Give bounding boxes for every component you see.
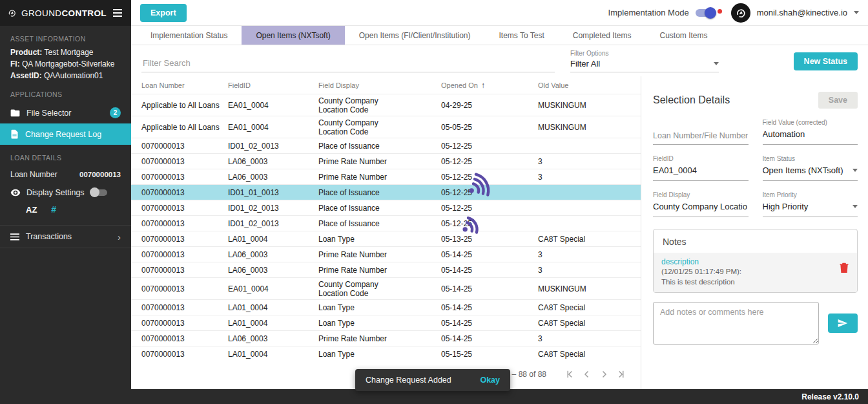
table-row[interactable]: 0070000013 LA01_0004 Loan Type 05-14-25 … [131, 315, 641, 331]
table-row[interactable]: 0070000013 ID01_02_0013 Place of Issuanc… [131, 200, 641, 216]
cell-opened-on: 05-12-25 [441, 173, 538, 182]
filter-options-select[interactable]: Filter Options Filter All [570, 50, 719, 72]
implementation-mode-label: Implementation Mode [608, 8, 689, 17]
cell-loan-number: Applicable to All Loans [131, 101, 228, 110]
table-row[interactable]: 0070000013 LA06_0003 Prime Rate Number 0… [131, 154, 641, 169]
product-info: Product: Test Mortgage [0, 47, 131, 58]
cell-opened-on: 05-14-25 [441, 266, 538, 275]
cell-fieldid: ID01_01_0013 [228, 188, 318, 197]
rocket-logo-icon [8, 6, 16, 20]
table-row[interactable]: 0070000013 LA01_0004 Loan Type 05-14-25 … [131, 300, 641, 315]
sidebar-item-change-request-log[interactable]: Change Request Log [0, 123, 131, 145]
cell-fieldid: ID01_02_0013 [228, 219, 318, 228]
snackbar-message: Change Request Added [366, 376, 480, 385]
sort-alpha-icon[interactable]: AZ [26, 205, 37, 215]
column-header-fieldid[interactable]: FieldID [228, 81, 318, 89]
sidebar-item-file-selector[interactable]: File Selector 2 [0, 102, 131, 123]
loan-number-field[interactable]: Loan Number/File Number [653, 119, 749, 145]
tab-open-items-nxtsoft[interactable]: Open Items (NXTsoft) [242, 26, 344, 45]
table-row[interactable]: 0070000013 ID01_01_0013 Place of Issuanc… [131, 185, 641, 200]
cell-fieldid: LA01_0004 [228, 319, 318, 328]
item-status-select[interactable]: Item Status Open Items (NXTsoft) [763, 155, 858, 181]
sidebar-item-label: File Selector [26, 109, 71, 118]
next-page-button[interactable] [595, 366, 612, 383]
tab-items-to-test[interactable]: Items To Test [485, 26, 559, 45]
table-row[interactable]: Applicable to All Loans EA01_0004 County… [131, 116, 641, 138]
sort-numeric-icon[interactable]: # [51, 204, 56, 215]
notification-dot [718, 9, 722, 14]
notes-list: description (12/01/25 01:17:49 PM): This… [654, 253, 857, 292]
tab-completed-items[interactable]: Completed Items [559, 26, 646, 45]
send-note-button[interactable] [828, 314, 858, 333]
document-icon [10, 129, 19, 139]
cell-old-value: MUSKINGUM [538, 284, 641, 293]
tab-implementation-status[interactable]: Implementation Status [136, 26, 242, 45]
table-row[interactable]: 0070000013 ID01_02_0013 Place of Issuanc… [131, 216, 641, 231]
table-row[interactable]: 0070000013 LA06_0003 Prime Rate Number 0… [131, 169, 641, 185]
fi-info: FI: QA Mortgagebot-Silverlake [0, 58, 131, 70]
filter-search-input[interactable] [141, 54, 555, 72]
menu-icon[interactable] [112, 6, 123, 19]
item-priority-select[interactable]: Item Priority High Priority [763, 191, 858, 217]
user-menu-chevron-icon[interactable] [854, 11, 859, 14]
sidebar-item-transactions[interactable]: Transactions › [0, 225, 131, 248]
notes-title: Notes [654, 229, 857, 253]
last-page-button[interactable] [612, 366, 629, 383]
avatar[interactable] [731, 3, 750, 23]
table-row[interactable]: 0070000013 LA06_0003 Prime Rate Number 0… [131, 331, 641, 346]
footer-bar: Release v2.10.0 [0, 389, 868, 404]
sidebar-item-label: Change Request Log [25, 130, 101, 139]
field-value-corrected-field[interactable]: Field Value (corrected) Automation [763, 119, 858, 145]
table-row[interactable]: 0070000013 ID01_02_0013 Place of Issuanc… [131, 138, 641, 154]
export-button[interactable]: Export [140, 4, 187, 22]
cell-opened-on: 05-12-25 [441, 188, 538, 197]
field-display-field[interactable]: Field Display County Company Locatio [653, 191, 749, 217]
eye-icon [10, 189, 21, 197]
table-row[interactable]: 0070000013 LA01_0004 Loan Type 05-15-25 … [131, 346, 641, 359]
cell-fieldid: LA06_0003 [228, 266, 318, 275]
table-row[interactable]: 0070000013 LA06_0003 Prime Rate Number 0… [131, 247, 641, 262]
cell-field-display: Prime Rate Number [318, 266, 441, 275]
previous-page-button[interactable] [579, 366, 595, 383]
fieldid-field[interactable]: FieldID EA01_0004 [653, 155, 749, 181]
loan-number-row: Loan Number 0070000013 [0, 165, 131, 184]
table-row[interactable]: 0070000013 LA06_0003 Prime Rate Number 0… [131, 262, 641, 278]
implementation-mode-toggle[interactable] [696, 9, 715, 17]
table-row[interactable]: Applicable to All Loans EA01_0004 County… [131, 94, 641, 116]
cell-old-value: 3 [538, 334, 641, 343]
delete-note-button[interactable] [839, 257, 849, 276]
table-row[interactable]: 0070000013 EA01_0004 County Company Loca… [131, 278, 641, 300]
column-header-field-display[interactable]: Field Display [318, 81, 441, 89]
table-scroll-area[interactable]: Loan Number FieldID Field Display Opened… [131, 76, 641, 359]
cell-old-value: MUSKINGUM [538, 101, 641, 110]
add-note-input[interactable] [653, 302, 819, 345]
cell-fieldid: ID01_02_0013 [228, 142, 318, 151]
new-status-button[interactable]: New Status [794, 52, 858, 70]
comment-row [653, 302, 858, 345]
loan-number-label: Loan Number [10, 170, 57, 179]
table-row[interactable]: 0070000013 LA01_0004 Loan Type 05-13-25 … [131, 231, 641, 247]
column-header-opened-on[interactable]: Opened On↑ [441, 81, 538, 90]
cell-fieldid: EA01_0004 [228, 284, 318, 293]
cell-opened-on: 04-29-25 [441, 101, 538, 110]
cell-old-value: 3 [538, 250, 641, 259]
tab-open-items-fi[interactable]: Open Items (FI/Client/Institution) [345, 26, 485, 45]
sort-options-row: AZ # [0, 202, 131, 218]
save-button[interactable]: Save [818, 92, 858, 109]
note-item: description (12/01/25 01:17:49 PM): This… [654, 253, 857, 292]
cell-loan-number: 0070000013 [131, 157, 228, 166]
column-header-loan-number[interactable]: Loan Number [131, 81, 228, 89]
filter-options-value: Filter All [570, 59, 600, 69]
trash-icon [839, 262, 849, 273]
cell-loan-number: 0070000013 [131, 284, 228, 293]
cell-opened-on: 05-14-25 [441, 319, 538, 328]
tab-custom-items[interactable]: Custom Items [645, 26, 721, 45]
cell-opened-on: 05-14-25 [441, 334, 538, 343]
first-page-button[interactable] [562, 366, 579, 383]
cell-loan-number: Applicable to All Loans [131, 123, 228, 132]
column-header-old-value[interactable]: Old Value [538, 81, 641, 89]
cell-fieldid: LA06_0003 [228, 334, 318, 343]
change-request-table: Loan Number FieldID Field Display Opened… [131, 76, 641, 389]
display-settings-toggle[interactable] [90, 189, 107, 196]
snackbar-okay-button[interactable]: Okay [480, 376, 500, 385]
